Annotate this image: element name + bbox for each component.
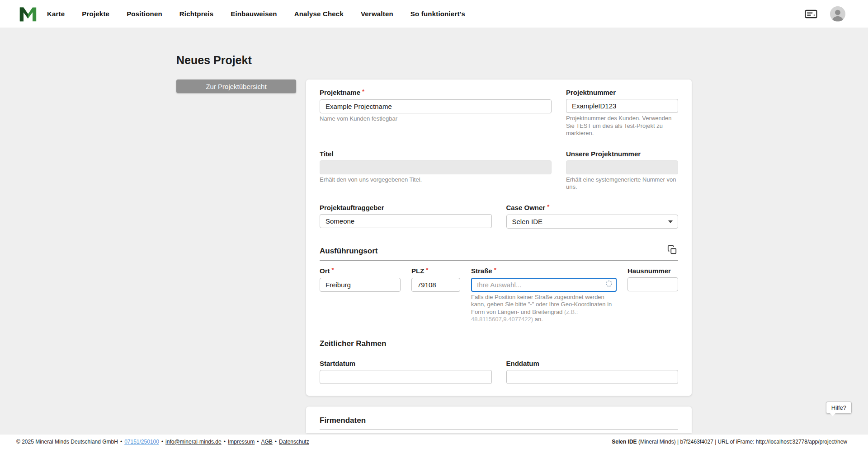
case-owner-select[interactable]: Selen IDE	[506, 215, 679, 229]
main-content: Neues Projekt Zur Projektübersicht Proje…	[0, 28, 868, 449]
footer-datenschutz-link[interactable]: Datenschutz	[279, 439, 309, 445]
titel-input	[320, 160, 552, 174]
plz-label: PLZ	[411, 267, 424, 275]
nav-positionen[interactable]: Positionen	[127, 10, 162, 18]
required-asterisk: *	[332, 267, 334, 273]
unsere-projektnummer-input	[566, 160, 678, 174]
strasse-helper: Falls die Position keiner Straße zugeord…	[471, 294, 617, 323]
footer-session-details: (Mineral Minds) | b7f2463f4027 | URL of …	[637, 439, 847, 445]
loading-spinner-icon	[605, 280, 613, 289]
zeitlicher-rahmen-heading: Zeitlicher Rahmen	[320, 339, 386, 348]
strasse-label: Straße	[471, 267, 492, 275]
nav-projekte[interactable]: Projekte	[82, 10, 109, 18]
ort-label: Ort	[320, 267, 330, 275]
help-button-label: Hilfe?	[831, 404, 846, 411]
footer-separator: •	[257, 439, 259, 445]
nav-karte[interactable]: Karte	[47, 10, 65, 18]
projektname-label: Projektname	[320, 89, 360, 96]
footer-impressum-link[interactable]: Impressum	[228, 439, 255, 445]
hausnummer-label: Hausnummer	[627, 267, 671, 275]
required-asterisk: *	[426, 267, 428, 273]
footer-agb-link[interactable]: AGB	[261, 439, 272, 445]
section-ausfuehrungsort: Ausführungsort Ort*	[320, 244, 678, 323]
help-button[interactable]: Hilfe?	[826, 402, 852, 414]
server-icon[interactable]	[804, 7, 818, 21]
mineral-minds-logo-icon	[19, 5, 37, 23]
firmendaten-heading: Firmendaten	[320, 416, 678, 425]
footer-session-info: Selen IDE (Mineral Minds) | b7f2463f4027…	[612, 439, 847, 445]
main-nav: Karte Projekte Positionen Richtpreis Ein…	[47, 10, 465, 18]
section-divider	[320, 430, 678, 430]
projektnummer-helper: Projektnummer des Kunden. Verwenden Sie …	[566, 115, 678, 137]
required-asterisk: *	[362, 88, 364, 95]
back-to-projects-button[interactable]: Zur Projektübersicht	[176, 80, 296, 93]
field-case-owner: Case Owner* Selen IDE	[506, 204, 679, 229]
section-divider	[320, 260, 678, 261]
strasse-input[interactable]	[471, 278, 617, 292]
unsere-projektnummer-label: Unsere Projektnummer	[566, 150, 641, 158]
app-logo[interactable]	[19, 5, 37, 23]
field-plz: PLZ*	[411, 267, 460, 323]
person-icon	[830, 6, 845, 22]
required-asterisk: *	[547, 203, 549, 210]
footer-user-name: Selen IDE	[612, 439, 637, 445]
projektauftraggeber-input[interactable]	[320, 214, 492, 228]
section-divider	[320, 353, 678, 353]
unsere-projektnummer-helper: Erhält eine systemgenerierte Nummer von …	[566, 176, 678, 191]
nav-einbauweisen[interactable]: Einbauweisen	[231, 10, 277, 18]
project-form-card: Projektname* Name vom Kunden festlegbar …	[306, 80, 692, 396]
required-asterisk: *	[494, 267, 496, 273]
titel-label: Titel	[320, 150, 334, 158]
case-owner-label: Case Owner	[506, 204, 546, 211]
field-unsere-projektnummer: Unsere Projektnummer Erhält eine systemg…	[566, 150, 678, 191]
field-enddatum: Enddatum	[506, 360, 679, 384]
titel-helper: Erhält den von uns vorgegebenen Titel.	[320, 176, 552, 184]
nav-analyse-check[interactable]: Analyse Check	[294, 10, 344, 18]
case-owner-value: Selen IDE	[512, 218, 543, 225]
startdatum-label: Startdatum	[320, 360, 355, 367]
projektnummer-input[interactable]	[566, 99, 678, 113]
section-zeitlicher-rahmen: Zeitlicher Rahmen Startdatum Enddatu	[320, 339, 678, 384]
left-column: Zur Projektübersicht	[176, 80, 306, 93]
footer-separator: •	[224, 439, 226, 445]
nav-so-funktionierts[interactable]: So funktioniert's	[410, 10, 465, 18]
enddatum-label: Enddatum	[506, 360, 539, 367]
ausfuehrungsort-heading: Ausführungsort	[320, 246, 377, 256]
plz-input[interactable]	[411, 278, 460, 292]
field-titel: Titel Erhält den von uns vorgegebenen Ti…	[320, 150, 552, 191]
footer-separator: •	[275, 439, 277, 445]
field-hausnummer: Hausnummer	[627, 267, 678, 323]
projektname-input[interactable]	[320, 99, 552, 113]
chevron-down-icon	[668, 220, 673, 223]
field-projektname: Projektname* Name vom Kunden festlegbar	[320, 89, 552, 137]
enddatum-input[interactable]	[506, 370, 679, 384]
field-strasse: Straße* Falls	[471, 267, 617, 323]
field-ort: Ort*	[320, 267, 401, 323]
field-startdatum: Startdatum	[320, 360, 492, 384]
app-header: Karte Projekte Positionen Richtpreis Ein…	[0, 0, 868, 28]
copy-icon[interactable]	[666, 244, 678, 256]
firmendaten-card: Firmendaten	[306, 407, 692, 433]
startdatum-input[interactable]	[320, 370, 492, 384]
projektauftraggeber-label: Projektauftraggeber	[320, 204, 384, 211]
ort-input[interactable]	[320, 278, 401, 292]
footer-separator: •	[161, 439, 163, 445]
user-avatar[interactable]	[830, 6, 845, 22]
footer-separator: •	[120, 439, 122, 445]
field-projektnummer: Projektnummer Projektnummer des Kunden. …	[566, 89, 678, 137]
field-projektauftraggeber: Projektauftraggeber	[320, 204, 492, 229]
footer-email-link[interactable]: info@mineral-minds.de	[165, 439, 222, 445]
nav-verwalten[interactable]: Verwalten	[361, 10, 393, 18]
projektname-helper: Name vom Kunden festlegbar	[320, 115, 552, 123]
hausnummer-input[interactable]	[627, 277, 678, 291]
footer-copyright: © 2025 Mineral Minds Deutschland GmbH	[16, 439, 118, 445]
nav-richtpreis[interactable]: Richtpreis	[179, 10, 213, 18]
footer-phone-link[interactable]: 07151/250100	[124, 439, 159, 445]
app-footer: © 2025 Mineral Minds Deutschland GmbH • …	[0, 435, 868, 449]
projektnummer-label: Projektnummer	[566, 89, 616, 96]
page-title: Neues Projekt	[176, 54, 692, 67]
